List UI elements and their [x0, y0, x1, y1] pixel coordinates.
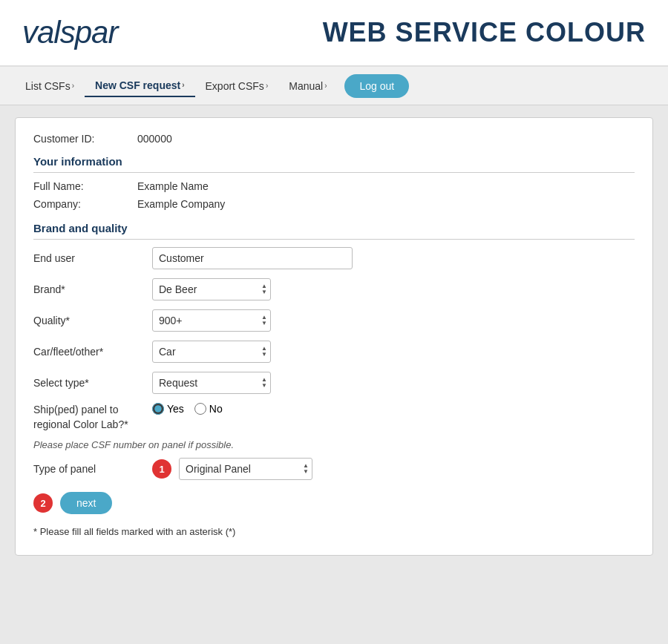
customer-id-label: Customer ID: — [33, 133, 137, 145]
select-type-wrapper: Request Other ▲ ▼ — [152, 372, 271, 394]
brand-section: Brand and quality End user Brand* De Bee… — [33, 222, 635, 514]
logout-button[interactable]: Log out — [344, 74, 409, 98]
nav-export-csfs[interactable]: Export CSFs › — [195, 76, 279, 96]
brand-select-wrapper: De Beer Other Brand ▲ ▼ — [152, 278, 271, 300]
nav-new-csf-request[interactable]: New CSF request › — [85, 75, 194, 97]
chevron-icon: › — [266, 82, 268, 90]
car-fleet-label: Car/fleet/other* — [33, 346, 152, 358]
chevron-icon: › — [182, 81, 184, 89]
brand-select[interactable]: De Beer Other Brand — [152, 278, 271, 300]
yes-label: Yes — [167, 403, 184, 415]
type-of-panel-select-wrapper: Original Panel Copy Panel ▲ ▼ — [179, 458, 312, 480]
company-value: Example Company — [137, 198, 225, 210]
select-type-select[interactable]: Request Other — [152, 372, 271, 394]
shipped-label: Ship(ped) panel to regional Color Lab?* — [33, 403, 152, 432]
button-row: 2 next — [33, 492, 635, 514]
end-user-label: End user — [33, 252, 152, 264]
badge-1: 1 — [152, 459, 171, 479]
type-of-panel-label: Type of panel — [33, 463, 152, 475]
shipped-panel-row: Ship(ped) panel to regional Color Lab?* … — [33, 403, 635, 432]
nav-manual[interactable]: Manual › — [278, 76, 337, 96]
quality-label: Quality* — [33, 315, 152, 326]
company-label: Company: — [33, 198, 137, 210]
full-name-value: Example Name — [137, 180, 209, 192]
badge-2: 2 — [33, 493, 53, 513]
yes-radio[interactable] — [152, 403, 164, 415]
car-fleet-row: Car/fleet/other* Car Fleet Other ▲ ▼ — [33, 341, 635, 363]
type-of-panel-row: Type of panel 1 Original Panel Copy Pane… — [33, 458, 635, 480]
your-info-heading: Your information — [33, 155, 635, 173]
header: valspar WEB SERVICE COLOUR — [0, 0, 668, 67]
no-radio[interactable] — [194, 403, 206, 415]
quality-select[interactable]: 900+ 800+ 700+ — [152, 309, 271, 332]
no-label: No — [209, 403, 223, 415]
car-fleet-select-wrapper: Car Fleet Other ▲ ▼ — [152, 341, 271, 363]
yes-radio-option[interactable]: Yes — [152, 403, 184, 415]
site-title: WEB SERVICE COLOUR — [323, 17, 646, 48]
car-fleet-select[interactable]: Car Fleet Other — [152, 341, 271, 363]
chevron-icon: › — [324, 82, 327, 90]
chevron-icon: › — [72, 82, 74, 90]
brand-row: Brand* De Beer Other Brand ▲ ▼ — [33, 278, 635, 300]
radio-options: Yes No — [152, 403, 223, 415]
type-of-panel-wrapper: 1 Original Panel Copy Panel ▲ ▼ — [152, 458, 312, 480]
full-name-row: Full Name: Example Name — [33, 180, 635, 192]
main-content: Customer ID: 000000 Your information Ful… — [0, 105, 668, 568]
end-user-input[interactable] — [152, 247, 353, 269]
next-button[interactable]: next — [60, 492, 112, 514]
quality-row: Quality* 900+ 800+ 700+ ▲ ▼ — [33, 309, 635, 332]
brand-label: Brand* — [33, 283, 152, 295]
customer-id-value: 000000 — [137, 133, 172, 145]
select-type-label: Select type* — [33, 377, 152, 389]
nav-list-csfs[interactable]: List CSFs › — [15, 76, 85, 96]
type-of-panel-select[interactable]: Original Panel Copy Panel — [179, 458, 312, 480]
no-radio-option[interactable]: No — [194, 403, 223, 415]
select-type-row: Select type* Request Other ▲ ▼ — [33, 372, 635, 394]
note-text: Please place CSF number on panel if poss… — [33, 439, 635, 450]
logo: valspar — [22, 15, 117, 50]
brand-quality-heading: Brand and quality — [33, 222, 635, 240]
customer-id-row: Customer ID: 000000 — [33, 133, 635, 145]
end-user-row: End user — [33, 247, 635, 269]
nav-bar: List CSFs › New CSF request › Export CSF… — [0, 67, 668, 105]
company-row: Company: Example Company — [33, 198, 635, 210]
footnote: * Please fill all fields marked with an … — [33, 526, 635, 537]
full-name-label: Full Name: — [33, 180, 137, 192]
form-card: Customer ID: 000000 Your information Ful… — [15, 117, 653, 556]
quality-select-wrapper: 900+ 800+ 700+ ▲ ▼ — [152, 309, 271, 332]
